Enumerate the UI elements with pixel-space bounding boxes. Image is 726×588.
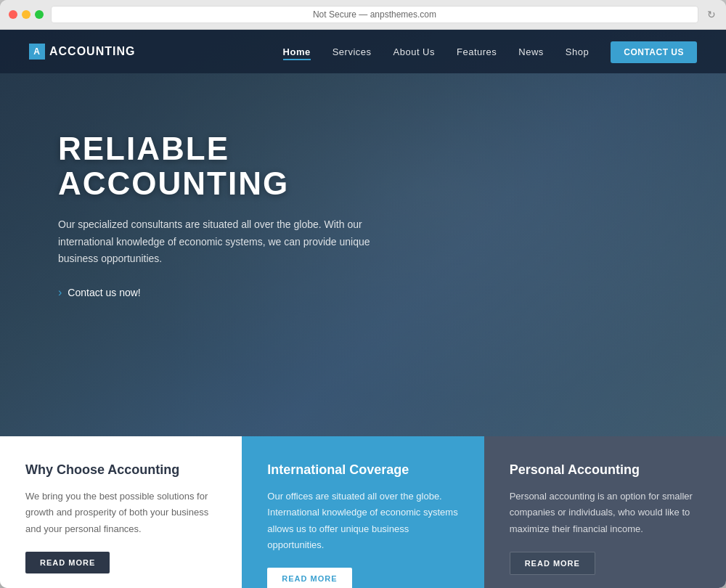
nav-contact-button[interactable]: CONTACT US	[611, 41, 697, 63]
nav-item-contact[interactable]: CONTACT US	[611, 45, 697, 58]
traffic-lights	[9, 10, 44, 19]
card-why-button[interactable]: READ MORE	[25, 552, 110, 573]
nav-link-news[interactable]: News	[518, 46, 544, 57]
card-personal-text: Personal accounting is an option for sma…	[510, 489, 701, 536]
hero-title: RELIABLE ACCOUNTING	[58, 131, 392, 202]
card-why-choose: Why Choose Accounting We bring you the b…	[0, 436, 242, 588]
maximize-button[interactable]	[35, 10, 44, 19]
nav-link-services[interactable]: Services	[333, 46, 372, 57]
site-logo[interactable]: A ACCOUNTING	[29, 44, 135, 60]
logo-text: ACCOUNTING	[49, 45, 135, 58]
card-why-title: Why Choose Accounting	[25, 462, 216, 478]
reload-icon[interactable]: ↻	[706, 9, 717, 20]
navbar: A ACCOUNTING Home Services About Us Feat…	[0, 30, 726, 73]
card-why-text: We bring you the best possible solutions…	[25, 489, 216, 536]
card-personal: Personal Accounting Personal accounting …	[484, 436, 726, 588]
browser-window: Not Secure — anpsthemes.com ↻ A ACCOUNTI…	[0, 0, 726, 588]
card-international-button[interactable]: READ MORE	[267, 568, 351, 588]
hero-cta[interactable]: › Contact us now!	[58, 286, 392, 299]
nav-item-about[interactable]: About Us	[393, 45, 435, 58]
address-bar[interactable]: Not Secure — anpsthemes.com	[51, 6, 698, 23]
cards-section: Why Choose Accounting We bring you the b…	[0, 436, 726, 588]
cta-arrow-icon: ›	[58, 286, 62, 299]
nav-link-about[interactable]: About Us	[393, 46, 435, 57]
nav-link-features[interactable]: Features	[457, 46, 497, 57]
hero-cta-text: Contact us now!	[68, 287, 140, 298]
browser-chrome: Not Secure — anpsthemes.com ↻	[0, 0, 726, 30]
nav-link-home[interactable]: Home	[283, 46, 311, 60]
website-content: A ACCOUNTING Home Services About Us Feat…	[0, 30, 726, 588]
nav-item-home[interactable]: Home	[283, 45, 311, 58]
nav-item-features[interactable]: Features	[457, 45, 497, 58]
card-international-text: Our offices are situated all over the gl…	[267, 489, 458, 552]
minimize-button[interactable]	[22, 10, 30, 19]
close-button[interactable]	[9, 10, 17, 19]
hero-section: A ACCOUNTING Home Services About Us Feat…	[0, 30, 726, 436]
hero-content: RELIABLE ACCOUNTING Our specialized cons…	[0, 73, 450, 328]
card-international: International Coverage Our offices are s…	[242, 436, 484, 588]
logo-letter: A	[33, 46, 41, 57]
card-international-title: International Coverage	[267, 462, 458, 478]
nav-item-shop[interactable]: Shop	[566, 45, 589, 58]
nav-links: Home Services About Us Features News Sho…	[283, 45, 697, 58]
card-personal-button[interactable]: READ MORE	[510, 552, 595, 575]
nav-item-services[interactable]: Services	[333, 45, 372, 58]
hero-description: Our specialized consultants are situated…	[58, 216, 378, 268]
nav-item-news[interactable]: News	[518, 45, 544, 58]
nav-link-shop[interactable]: Shop	[566, 46, 589, 57]
card-personal-title: Personal Accounting	[510, 462, 701, 478]
logo-icon: A	[29, 44, 45, 60]
